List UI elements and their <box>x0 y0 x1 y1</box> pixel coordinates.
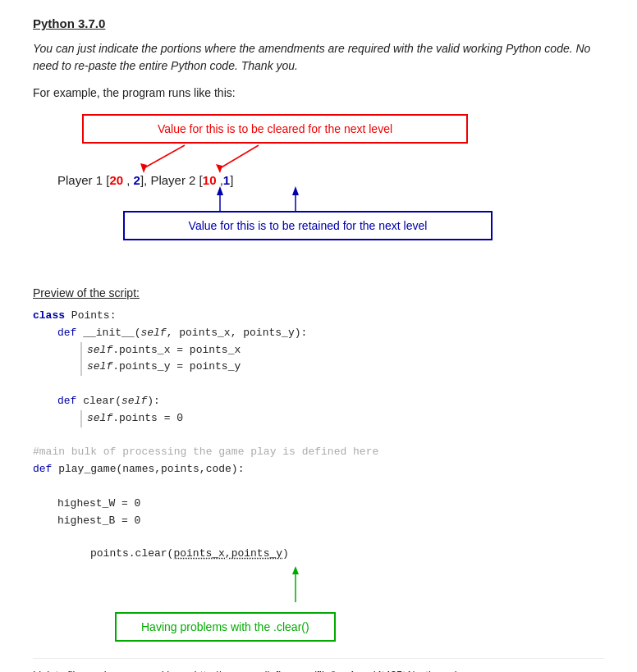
p2-close: ] <box>230 173 233 187</box>
blue-box: Value for this is to be retained for the… <box>123 211 493 240</box>
code-line-8 <box>33 427 604 445</box>
player-line: Player 1 [20 , 2], Player 2 [10 ,1] <box>57 173 233 187</box>
svg-marker-1 <box>140 163 147 173</box>
p2-blue: 1 <box>223 173 230 187</box>
code-line-13: highest_B = 0 <box>57 513 604 530</box>
code-line-1: class Points: <box>33 308 604 325</box>
code-line-3: self.points_x = points_x <box>87 342 604 359</box>
player-pre: Player 1 [ <box>57 173 109 187</box>
svg-marker-5 <box>217 186 223 195</box>
code-line-5 <box>33 376 604 393</box>
clear-section: points.clear(points_x,points_y) Having p… <box>66 546 604 642</box>
svg-marker-9 <box>292 566 299 574</box>
p2-red: 10 <box>203 173 217 187</box>
code-line-12: highest_W = 0 <box>57 496 604 513</box>
red-box: Value for this is to be cleared for the … <box>82 114 468 144</box>
code-line-4: self.points_y = points_y <box>87 359 604 376</box>
svg-line-0 <box>144 145 185 168</box>
p1-blue: 2 <box>130 173 140 187</box>
preview-label: Preview of the script: <box>33 286 604 299</box>
code-line-9: #main bulk of processing the game play i… <box>33 444 604 461</box>
diagram: Value for this is to be cleared for the … <box>57 114 566 262</box>
page-title: Python 3.7.0 <box>33 16 604 30</box>
p1-red: 20 <box>109 173 123 187</box>
green-arrow-svg <box>197 563 525 612</box>
intro-text: You can just indicate the portions where… <box>33 40 604 75</box>
p1-close: ], Player 2 [ <box>140 173 203 187</box>
code-line-10: def play_game(names,points,code): <box>33 461 604 478</box>
svg-line-2 <box>220 145 259 168</box>
for-example-text: For example, the program runs like this: <box>33 86 604 99</box>
code-line-7: self.points = 0 <box>87 410 604 427</box>
code-block: class Points: def __init__(self, points_… <box>33 308 604 529</box>
p2-comma: , <box>216 173 222 187</box>
svg-marker-7 <box>292 186 299 195</box>
green-box: Having problems with the .clear() <box>115 612 336 642</box>
clear-code-line: points.clear(points_x,points_y) <box>66 546 604 563</box>
code-line-6: def clear(self): <box>57 393 604 410</box>
code-line-11 <box>33 478 604 496</box>
svg-marker-3 <box>216 164 222 173</box>
link-line: Link to file can be accessed here: http:… <box>33 658 604 672</box>
code-line-2: def __init__(self, points_x, points_y): <box>57 325 604 342</box>
